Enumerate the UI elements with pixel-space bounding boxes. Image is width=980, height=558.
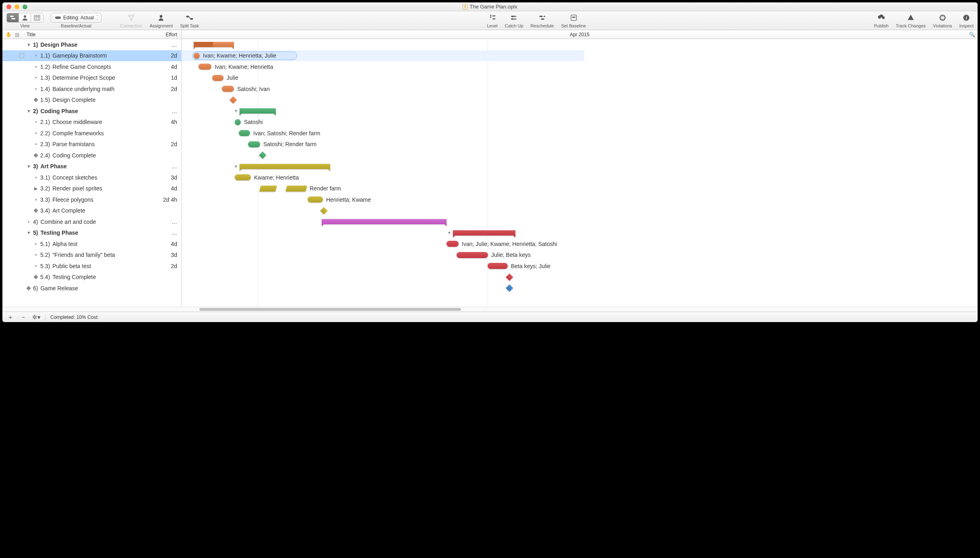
gantt-chart[interactable]: Ivan; Kwame; Henrietta; JulieIvan; Kwame… — [182, 39, 978, 307]
horizontal-scrollbar[interactable] — [2, 307, 978, 312]
task-effort[interactable]: … — [153, 108, 181, 114]
task-effort[interactable]: 2d — [153, 52, 181, 59]
assignment-button[interactable] — [156, 13, 166, 23]
task-row[interactable]: ▶3.2)Render pixel sprites4d — [2, 183, 181, 194]
gantt-bar[interactable]: Julie — [212, 72, 238, 84]
gantt-bar[interactable]: Henrietta; Kwame — [308, 194, 371, 205]
task-effort[interactable]: 2d — [153, 86, 181, 92]
gantt-bar[interactable]: Ivan; Kwame; Henrietta — [198, 61, 273, 72]
reschedule-button[interactable] — [537, 13, 548, 23]
violations-button[interactable] — [937, 13, 948, 23]
close-window-button[interactable] — [6, 4, 11, 9]
task-effort[interactable]: … — [153, 229, 181, 236]
timeline-header[interactable]: Apr 2015 🔍 — [182, 32, 978, 37]
group-disclosure-icon[interactable]: ▼ — [447, 231, 451, 235]
task-title[interactable]: Testing Phase — [40, 229, 153, 236]
level-button[interactable] — [487, 13, 498, 23]
task-row[interactable]: 5.4)Testing Complete — [2, 272, 181, 283]
remove-button[interactable]: − — [19, 314, 27, 320]
task-title[interactable]: Art Complete — [52, 207, 153, 214]
group-disclosure-icon[interactable]: ▼ — [234, 109, 238, 113]
gantt-bar[interactable]: ▼ — [234, 105, 276, 117]
gantt-bar[interactable]: Ivan; Julie; Kwame; Henrietta; Satoshi — [447, 238, 557, 250]
task-row[interactable]: •5.3)Public beta test2d — [2, 260, 181, 272]
task-effort[interactable]: 4d — [153, 241, 181, 247]
view-gantt-button[interactable] — [7, 13, 19, 22]
scrollbar-thumb[interactable] — [199, 308, 461, 311]
gantt-bar[interactable] — [231, 95, 236, 106]
column-title[interactable]: Title — [27, 32, 157, 37]
set-baseline-button[interactable] — [569, 13, 579, 23]
task-effort[interactable]: 3d — [153, 252, 181, 258]
task-row[interactable]: •1.1)Gameplay Brainstorm2d — [2, 50, 181, 62]
task-title[interactable]: Coding Phase — [40, 108, 153, 114]
track-changes-button[interactable] — [906, 13, 916, 23]
zoom-window-button[interactable] — [23, 4, 27, 9]
task-title[interactable]: Testing Complete — [52, 274, 153, 280]
task-title[interactable]: "Friends and family" beta — [52, 252, 153, 258]
search-icon[interactable]: 🔍 — [969, 32, 975, 37]
note-icon[interactable] — [19, 53, 24, 58]
note-column-icon[interactable]: ▤ — [15, 32, 19, 37]
task-title[interactable]: Compile frameworks — [52, 130, 153, 136]
task-effort[interactable]: 1d — [153, 74, 181, 81]
task-title[interactable]: Game Release — [40, 285, 153, 291]
task-row[interactable]: 2.4)Coding Complete — [2, 150, 181, 161]
task-row[interactable]: ▼1)Design Phase… — [2, 39, 181, 50]
task-title[interactable]: Concept sketches — [52, 174, 153, 181]
task-title[interactable]: Art Phase — [40, 163, 153, 169]
task-title[interactable]: Render pixel sprites — [52, 185, 153, 192]
gantt-bar[interactable] — [507, 283, 512, 294]
titlebar[interactable]: The Game Plan.oplx — [2, 2, 978, 11]
minimize-window-button[interactable] — [14, 4, 19, 9]
task-effort[interactable]: 4d — [153, 64, 181, 70]
task-row[interactable]: •2.3)Parse framistans2d — [2, 139, 181, 150]
gantt-bar[interactable] — [507, 272, 512, 283]
gantt-bar[interactable] — [194, 39, 234, 50]
gantt-bar[interactable]: Kwame; Henrietta — [235, 172, 299, 183]
task-title[interactable]: Design Complete — [52, 97, 153, 103]
task-row[interactable]: •5.1)Alpha test4d — [2, 238, 181, 250]
task-row[interactable]: 3.4)Art Complete — [2, 205, 181, 217]
disclosure-right-icon[interactable]: ▶ — [34, 186, 38, 191]
task-title[interactable]: Determine Project Scope — [52, 74, 153, 81]
task-effort[interactable]: … — [153, 41, 181, 48]
group-disclosure-icon[interactable]: ▼ — [234, 164, 238, 169]
disclosure-down-icon[interactable]: ▼ — [27, 42, 31, 47]
task-effort[interactable]: … — [153, 163, 181, 169]
disclosure-down-icon[interactable]: ▼ — [27, 164, 31, 169]
gantt-bar[interactable]: Ivan; Satoshi; Render farm — [239, 128, 320, 139]
task-title[interactable]: Coding Complete — [52, 152, 153, 159]
task-row[interactable]: •1.3)Determine Project Scope1d — [2, 72, 181, 84]
task-row[interactable]: •2.2)Compile frameworks — [2, 128, 181, 139]
hand-icon[interactable]: ✋ — [6, 32, 12, 37]
task-row[interactable]: ▼3)Art Phase… — [2, 161, 181, 172]
gantt-bar[interactable] — [322, 216, 447, 227]
split-task-button[interactable] — [184, 13, 195, 23]
task-outline[interactable]: ▼1)Design Phase…•1.1)Gameplay Brainstorm… — [2, 39, 182, 307]
disclosure-down-icon[interactable]: ▼ — [27, 109, 31, 114]
view-calendar-button[interactable] — [31, 13, 43, 22]
gantt-bar[interactable] — [321, 205, 327, 217]
view-resources-button[interactable] — [19, 13, 31, 22]
baseline-actual-dropdown[interactable]: Editing: Actual — [51, 13, 101, 23]
task-title[interactable]: Gameplay Brainstorm — [52, 52, 153, 59]
task-title[interactable]: Design Phase — [40, 41, 153, 48]
task-row[interactable]: 6)Game Release — [2, 283, 181, 294]
gantt-bar[interactable]: ▼ — [447, 227, 515, 239]
task-effort[interactable]: 3d — [153, 174, 181, 181]
task-title[interactable]: Parse framistans — [52, 141, 153, 147]
gantt-bar[interactable] — [260, 150, 265, 161]
gantt-bar[interactable]: Render farm — [260, 183, 341, 194]
gantt-bar[interactable]: Satoshi — [235, 117, 263, 128]
task-title[interactable]: Public beta test — [52, 263, 153, 269]
task-row[interactable]: ▼5)Testing Phase… — [2, 227, 181, 239]
task-title[interactable]: Fleece polygons — [52, 196, 153, 203]
task-title[interactable]: Choose middleware — [52, 119, 153, 125]
gear-menu-button[interactable]: ✲▾ — [32, 314, 40, 321]
disclosure-down-icon[interactable]: ▼ — [27, 230, 31, 235]
task-title[interactable]: Refine Game Concepts — [52, 64, 153, 70]
view-segmented-control[interactable] — [6, 13, 43, 23]
catch-up-button[interactable] — [509, 13, 519, 23]
task-row[interactable]: ▼2)Coding Phase… — [2, 105, 181, 117]
